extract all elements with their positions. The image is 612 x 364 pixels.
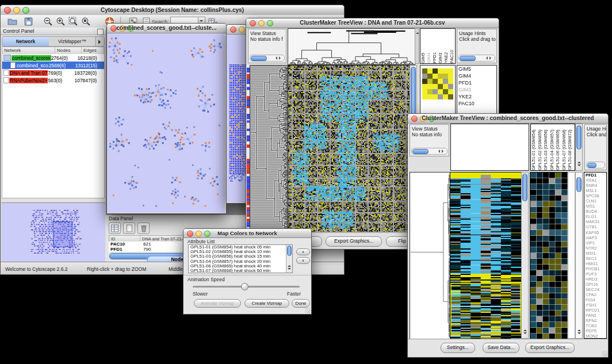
close-button[interactable] xyxy=(230,26,236,33)
save-data-button[interactable]: Save Data... xyxy=(483,343,519,353)
tv2-gene-msi1[interactable]: MSI1 xyxy=(584,251,606,256)
open-file-icon[interactable] xyxy=(7,17,17,26)
tv2-titlebar[interactable]: ClusterMaker TreeView : combined_scores_… xyxy=(408,114,608,124)
tv1-gene-yke2[interactable]: YKE2 xyxy=(457,93,496,100)
create-vizmap-button[interactable]: Create Vizmap xyxy=(244,299,289,308)
animation-speed-slider-thumb[interactable] xyxy=(241,283,248,290)
tab-overflow-arrow[interactable] xyxy=(95,37,104,46)
tv1-gene-gim3[interactable]: GIM3 xyxy=(457,86,496,93)
zoom-selected-icon[interactable] xyxy=(81,17,91,26)
tv1-gene-pac10[interactable]: PAC10 xyxy=(457,100,496,107)
tv2-heatmap-scrollbar[interactable] xyxy=(521,172,529,339)
network-row-combined-scores[interactable]: combined_scores2764(0)16218(0) xyxy=(2,54,104,62)
tv1-heatmap[interactable] xyxy=(288,65,410,233)
tv2-heatmap[interactable] xyxy=(450,172,522,340)
tv2-row-dendrogram[interactable] xyxy=(410,172,450,340)
export-graphics-button[interactable]: Export Graphics... xyxy=(525,343,575,353)
new-attribute-icon[interactable] xyxy=(123,223,135,234)
attribute-list-scrollbar[interactable] xyxy=(286,245,292,273)
animate-vizmap-button[interactable]: Animate Vizmap xyxy=(194,299,241,308)
tv2-gene-kap95[interactable]: KAP95 xyxy=(584,230,606,235)
tv2-column-dendrogram-area[interactable] xyxy=(450,124,529,171)
tv2-gene-hmg1[interactable]: HMG1 xyxy=(584,261,606,266)
dialog-titlebar[interactable]: Map Colors to Network xyxy=(183,229,311,238)
tv2-gene-fig4[interactable]: FIG4 xyxy=(584,297,606,302)
usage-hints-scrollbar[interactable] xyxy=(586,162,605,168)
tv2-gene-yra1[interactable]: YRA1 xyxy=(584,178,606,183)
view-status-scrollbar[interactable] xyxy=(411,148,447,155)
tv2-gene-tcb3[interactable]: TCB3 xyxy=(584,323,606,328)
tv1-correlation-matrix[interactable] xyxy=(422,68,453,99)
tv2-gene-pan1[interactable]: PAN1 xyxy=(584,313,606,318)
tv1-gene-gim4[interactable]: GIM4 xyxy=(457,72,496,79)
export-graphics-button[interactable]: Export Graphics... xyxy=(326,236,382,247)
attribute-list: GPL51-01 (GSM854) heat shock 05 minGPL51… xyxy=(189,245,292,273)
tv2-gene-ysh1[interactable]: YSH1 xyxy=(584,302,606,308)
save-icon[interactable] xyxy=(24,17,33,26)
tv2-genelist-scrollbar[interactable] xyxy=(575,172,583,339)
net1-titlebar[interactable]: combined_scores_good.txt--cluste... xyxy=(107,24,226,33)
network-row-rnapubernov2[interactable]: RNAPuberNov2+563(0)107847(0) xyxy=(2,76,104,84)
zoom-in-icon[interactable] xyxy=(56,17,66,26)
resize-grip[interactable] xyxy=(305,308,311,313)
settings-button[interactable]: Settings... xyxy=(441,343,475,353)
tv2-gene-elg1[interactable]: ELG1 xyxy=(584,214,606,219)
network-row-dna-and-tran-07[interactable]: DNA and Tran 07769(0)183728(0) xyxy=(2,69,104,76)
network-overview-canvas[interactable] xyxy=(1,203,104,261)
tv2-gene-cpa2[interactable]: CPA2 xyxy=(584,292,606,297)
network-overview-panel[interactable] xyxy=(1,202,105,262)
tv2-zoom-heatmap[interactable] xyxy=(530,172,568,340)
tv1-gene-pfd1[interactable]: PFD1 xyxy=(457,79,496,86)
network-row-combined-sco[interactable]: combined_sco2569(6)13112(15) xyxy=(2,62,104,69)
attribute-item-gpl51-07[interactable]: GPL51-07 (GSM868) heat shock 60 min xyxy=(189,269,292,273)
tv2-gene-gpi16[interactable]: GPI16 xyxy=(584,282,606,287)
tv2-gene-cln1[interactable]: CLN1 xyxy=(584,198,606,204)
tv2-button-bar: Settings...Save Data...Export Graphics..… xyxy=(408,339,608,358)
move-attribute-down-button[interactable]: ∨ xyxy=(296,257,310,264)
tv2-gene-pho81[interactable]: PHO81 xyxy=(584,266,606,271)
tv2-gene-hap3[interactable]: HAP3 xyxy=(584,235,606,240)
tv2-gene-mak31[interactable]: MAK31 xyxy=(584,219,606,224)
done-button[interactable]: Done xyxy=(292,299,310,308)
tv1-usage-hints-box: Usage Hints Click and drag to xyxy=(457,29,497,63)
tv2-gene-bud4[interactable]: BUD4 xyxy=(584,209,606,214)
tv2-gene-rnr4[interactable]: RNR4 xyxy=(584,183,606,188)
delete-attribute-icon[interactable] xyxy=(137,223,150,234)
minimize-button[interactable] xyxy=(239,26,245,33)
tv2-gene-hrd3[interactable]: HRD3 xyxy=(584,277,606,282)
network-edges-count: 13112(15) xyxy=(75,63,105,68)
tv1-gene-gim5[interactable]: GIM5 xyxy=(457,66,496,72)
tv1-column-dendrogram[interactable] xyxy=(288,28,415,65)
tv2-gene-mon2[interactable]: MON2 xyxy=(584,334,606,339)
tv2-labels-scrollbar[interactable] xyxy=(575,124,583,171)
tv2-gene-rpo21[interactable]: RPO21 xyxy=(584,308,606,313)
tv2-gene-spc98[interactable]: SPC98 xyxy=(584,193,606,198)
select-attributes-icon[interactable] xyxy=(109,223,121,234)
main-titlebar[interactable]: Cytoscape Desktop (Session Name: collins… xyxy=(1,5,344,16)
zoom-fit-icon[interactable] xyxy=(68,17,78,26)
resize-grip[interactable] xyxy=(602,351,607,357)
view-status-scrollbar[interactable] xyxy=(250,55,285,62)
move-attribute-up-button[interactable]: ∧ xyxy=(296,248,310,255)
tv2-gene-nis1[interactable]: NIS1 xyxy=(584,204,606,209)
tv2-gene-puf3[interactable]: PUF3 xyxy=(584,271,606,277)
tv1-row-dendrogram[interactable] xyxy=(250,65,288,233)
tv2-gene-vip1[interactable]: VIP1 xyxy=(584,240,606,246)
view-status-text: No status info f xyxy=(250,36,286,42)
tv2-gene-pep5[interactable]: PEP5 xyxy=(584,328,606,334)
tv2-gene-sec24[interactable]: SEC24 xyxy=(584,287,606,292)
tv2-gene-ntr2[interactable]: NTR2 xyxy=(584,246,606,251)
tv2-gene-msl1[interactable]: MSL1 xyxy=(584,188,606,193)
tv2-gene-sec1[interactable]: SEC1 xyxy=(584,256,606,261)
tab-network[interactable]: Network xyxy=(2,37,49,46)
usage-hints-scrollbar[interactable] xyxy=(458,55,495,62)
tv1-titlebar[interactable]: ClusterMaker TreeView : DNA and Tran 07-… xyxy=(246,18,499,28)
float-panel-icon[interactable] xyxy=(97,29,104,35)
tv2-gene-pfd1[interactable]: PFD1 xyxy=(584,173,606,178)
tv2-gene-gtb1[interactable]: GTB1 xyxy=(584,224,606,229)
zoom-out-icon[interactable] xyxy=(43,17,53,26)
tab-vizmapper[interactable]: VizMapper™ xyxy=(49,37,95,46)
folder-icon xyxy=(3,55,11,61)
network-canvas[interactable] xyxy=(107,33,225,213)
tv2-gene-rpn1[interactable]: RPN1 xyxy=(584,318,606,323)
